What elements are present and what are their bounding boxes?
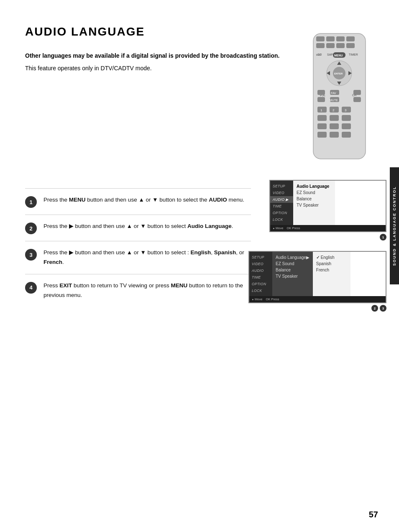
svg-rect-40 [342, 115, 351, 121]
menu1-video: VIDEO [270, 189, 293, 196]
step-4-text: Press EXIT button to return to TV viewin… [43, 281, 251, 300]
svg-rect-24 [317, 90, 325, 95]
menu2-lock: LOCK [249, 287, 272, 294]
menu2-mid: Audio Language ▶ EZ Sound Balance TV Spe… [272, 252, 313, 296]
svg-text:MUTE: MUTE [330, 99, 338, 102]
step-2-circle: 2 [25, 223, 37, 234]
menu1-lock: LOCK [270, 216, 293, 223]
menu2-time: TIME [249, 274, 272, 281]
svg-rect-5 [316, 43, 325, 48]
menu1-press-label: OK Press [286, 226, 300, 230]
menu2-move-label: ⬥ Move [252, 297, 262, 301]
step-2-row: 2 Press the ▶ button and then use ▲ or ▼… [25, 215, 251, 241]
menu2-press-label: OK Press [266, 297, 279, 301]
svg-text:EXIT: EXIT [316, 54, 322, 56]
menu1-ez-sound: EZ Sound [297, 189, 332, 196]
step-4-circle: 4 [25, 282, 37, 294]
svg-rect-41 [317, 123, 327, 129]
page-title: AUDIO LANGUAGE [25, 25, 339, 38]
svg-rect-27 [353, 97, 361, 102]
svg-text:3: 3 [345, 108, 347, 112]
menu2-mid-tv-speaker: TV Speaker [276, 273, 309, 279]
step-1-row: 1 Press the MENU button and then use ▲ o… [25, 188, 251, 215]
menu2-setup: SETUP [249, 254, 272, 261]
menu2-step-label-3: 3 [380, 305, 386, 312]
menu1-setup: SETUP [270, 183, 293, 189]
menu2-bottom-bar: ⬥ Move OK Press [249, 296, 386, 302]
menu2-english: English [316, 254, 347, 261]
page-number: 57 [369, 510, 378, 519]
menu1-move-label: ⬥ Move [273, 226, 283, 230]
menu2-mid-audio-lang: Audio Language ▶ [276, 254, 309, 261]
menu2-spanish: Spanish [316, 261, 347, 267]
svg-rect-39 [330, 115, 339, 121]
svg-text:SAP: SAP [327, 53, 333, 56]
step-1-text: Press the MENU button and then use ▲ or … [43, 195, 244, 205]
svg-rect-6 [326, 43, 335, 48]
step-2-text: Press the ▶ button and then use ▲ or ▼ b… [43, 222, 233, 231]
menu2-step-label-2: 2 [371, 305, 378, 312]
remote-control: CC SAP MENU TIMER EXIT ENTER VOL CH [303, 31, 376, 161]
menu1-option: OPTION [270, 210, 293, 216]
menu2-option: OPTION [249, 281, 272, 287]
svg-text:MENU: MENU [334, 54, 343, 57]
menu-screenshot-1: SETUP VIDEO AUDIO ▶ TIME OPTION LOCK Aud… [269, 180, 386, 240]
intro-bold-text: Other languages may be available if a di… [25, 51, 339, 60]
menu1-audio-language: Audio Language [297, 183, 332, 189]
step-3-row: 3 Press the ▶ button and then use ▲ or ▼… [25, 241, 251, 274]
svg-rect-25 [317, 97, 325, 102]
svg-rect-3 [336, 36, 345, 41]
svg-text:FAV: FAV [331, 92, 336, 95]
menu1-balance: Balance [297, 196, 332, 202]
menu1-time: TIME [270, 203, 293, 210]
svg-text:TIMER: TIMER [349, 53, 358, 56]
menu2-french: French [316, 267, 347, 273]
side-tab: SOUND & LANGUAGE CONTROL [390, 167, 399, 284]
svg-rect-1 [316, 36, 325, 41]
svg-rect-44 [317, 132, 327, 138]
menu1-sidebar: SETUP VIDEO AUDIO ▶ TIME OPTION LOCK [270, 181, 293, 225]
intro-normal-text: This feature operates only in DTV/CADTV … [25, 64, 339, 73]
svg-rect-38 [317, 115, 327, 121]
menu2-mid-balance: Balance [276, 267, 309, 273]
steps-section: 1 Press the MENU button and then use ▲ o… [25, 188, 251, 307]
svg-rect-42 [330, 123, 339, 129]
svg-rect-4 [346, 36, 355, 41]
step-3-circle: 3 [25, 249, 37, 261]
svg-text:1: 1 [320, 108, 322, 112]
svg-rect-45 [330, 132, 339, 138]
svg-rect-43 [342, 123, 351, 129]
side-tab-text: SOUND & LANGUAGE CONTROL [392, 186, 396, 266]
svg-rect-2 [326, 36, 335, 41]
svg-text:ENTER: ENTER [334, 72, 343, 75]
menu2-audio: AUDIO [249, 267, 272, 274]
menu2-video: VIDEO [249, 261, 272, 267]
menu2-sidebar: SETUP VIDEO AUDIO TIME OPTION LOCK [249, 252, 272, 296]
menu2-right: English Spanish French [313, 252, 350, 296]
step-3-text: Press the ▶ button and then use ▲ or ▼ b… [43, 248, 251, 267]
step-1-circle: 1 [25, 196, 37, 208]
svg-rect-46 [342, 132, 351, 138]
step-4-row: 4 Press EXIT button to return to TV view… [25, 274, 251, 307]
svg-rect-7 [336, 43, 345, 48]
menu2-mid-ez-sound: EZ Sound [276, 261, 309, 267]
menu1-bottom-bar: ⬥ Move OK Press [270, 225, 386, 231]
menu-screenshot-2: SETUP VIDEO AUDIO TIME OPTION LOCK Audio… [248, 251, 386, 312]
menu1-step-label: 1 [380, 234, 386, 240]
menu1-main: Audio Language EZ Sound Balance TV Speak… [293, 181, 335, 225]
svg-rect-26 [353, 90, 361, 95]
svg-text:2: 2 [332, 108, 335, 112]
menu1-audio: AUDIO ▶ [270, 196, 293, 203]
menu1-tv-speaker: TV Speaker [297, 202, 332, 208]
svg-rect-8 [346, 43, 355, 48]
